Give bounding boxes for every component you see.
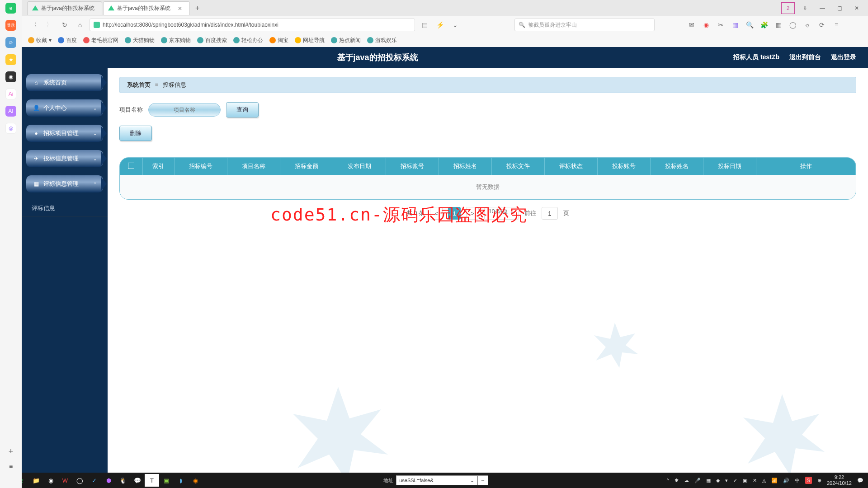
strip-menu-icon[interactable]: ≡ [9, 463, 13, 470]
tb-app2-icon[interactable]: ⬢ [101, 474, 116, 487]
tray-icon[interactable]: ▦ [706, 478, 711, 483]
strip-icon-1[interactable]: e [5, 3, 16, 14]
tb-app1-icon[interactable]: ✓ [87, 474, 101, 487]
browser-search-input[interactable]: 被截员孤身进京牢山 [514, 19, 655, 31]
svg-marker-0 [293, 387, 388, 473]
strip-icon-login[interactable]: 登录 [5, 20, 16, 31]
bookmark-taobao[interactable]: 淘宝 [269, 37, 288, 44]
tb-wps-icon[interactable]: W [58, 474, 72, 487]
sidebar-subitem-pingbiao[interactable]: 评标信息 [22, 201, 108, 216]
restore-icon[interactable]: ⟳ [817, 20, 826, 29]
tb-app4-icon[interactable]: ◉ [188, 474, 203, 487]
tb-chrome-icon[interactable]: ◯ [72, 474, 87, 487]
tray-icon[interactable]: ⊕ [817, 478, 821, 483]
maximize-button[interactable]: ▢ [833, 2, 846, 14]
tb-go-button[interactable]: → [477, 475, 488, 485]
breadcrumb-root[interactable]: 系统首页 [127, 81, 151, 88]
strip-icon-7[interactable]: ◎ [5, 123, 16, 134]
tray-clock[interactable]: 9:22 2024/10/12 [827, 474, 852, 486]
bookmark-game[interactable]: 游戏娱乐 [367, 37, 397, 44]
chevron-down-icon[interactable]: ⌄ [449, 19, 461, 31]
tray-notification-icon[interactable]: 💬 [857, 478, 863, 483]
window-badge[interactable]: 2 [781, 2, 795, 14]
user-label[interactable]: 招标人员 testZb [733, 53, 779, 61]
browser-tab-1[interactable]: 基于java的招投标系统 ✕ [103, 1, 190, 15]
sidebar-item-pingbiao[interactable]: ▦ 评标信息管理 ⌃ [26, 175, 103, 192]
tb-addr-select[interactable]: useSSL=false&⌄ [396, 475, 477, 485]
tray-icon[interactable]: ✓ [733, 478, 737, 483]
strip-add-icon[interactable]: + [9, 447, 14, 456]
flash-icon[interactable]: ⚡ [434, 19, 446, 31]
sidebar-item-profile[interactable]: 👤 个人中心 ⌄ [26, 99, 103, 117]
project-name-input[interactable] [148, 103, 221, 117]
bookmark-baidu[interactable]: 百度 [58, 37, 77, 44]
mail-icon[interactable]: ✉ [687, 20, 696, 29]
apps-icon[interactable]: ▦ [774, 20, 783, 29]
tray-icon[interactable]: ◬ [762, 478, 766, 483]
strip-icon-5[interactable]: Ai [5, 89, 16, 99]
tray-icon[interactable]: ☁ [684, 478, 689, 483]
sidebar-item-home[interactable]: ⌂ 系统首页 [26, 74, 103, 91]
tray-ime-icon[interactable]: 中 [795, 477, 800, 484]
grid-icon[interactable]: ▦ [731, 20, 740, 29]
extension-icon[interactable]: 🧩 [760, 20, 769, 29]
sidebar-item-zhaobiao[interactable]: ● 招标项目管理 ⌄ [26, 125, 103, 142]
query-button[interactable]: 查询 [226, 102, 259, 117]
tray-s-icon[interactable]: S [805, 477, 812, 484]
delete-button[interactable]: 删除 [119, 126, 152, 141]
browser-tab-0[interactable]: 基于java的招投标系统 [27, 1, 102, 15]
close-button[interactable]: ✕ [850, 2, 863, 14]
tray-icon[interactable]: ◆ [716, 478, 720, 483]
bookmark-baidusearch[interactable]: 百度搜索 [197, 37, 227, 44]
reload-button[interactable]: ↻ [59, 19, 71, 31]
bookmark-tmall[interactable]: 天猫购物 [125, 37, 155, 44]
tb-pycharm-icon[interactable]: ▣ [159, 474, 174, 487]
forward-button[interactable]: 〉 [43, 19, 55, 31]
tb-text-icon[interactable]: T [145, 474, 159, 487]
goto-page-input[interactable] [542, 207, 558, 220]
tray-volume-icon[interactable]: 🔊 [783, 478, 789, 483]
tb-edge-icon[interactable]: ◉ [43, 474, 58, 487]
tray-chevron-icon[interactable]: ^ [666, 478, 669, 483]
menu-icon[interactable]: ≡ [832, 20, 841, 29]
scissors-icon[interactable]: ✂ [716, 20, 725, 29]
bookmark-lmt[interactable]: 老毛桃官网 [83, 37, 118, 44]
sidebar-item-toubiao[interactable]: ✈ 投标信息管理 ⌄ [26, 150, 103, 167]
strip-icon-6[interactable]: AI [5, 106, 16, 117]
new-tab-button[interactable]: + [191, 4, 204, 12]
close-icon[interactable]: ✕ [178, 5, 182, 12]
tray-wifi-icon[interactable]: 📶 [771, 478, 778, 483]
link-front[interactable]: 退出到前台 [789, 53, 821, 61]
tray-icon[interactable]: ✕ [753, 478, 757, 483]
tb-app3-icon[interactable]: ◗ [174, 474, 188, 487]
col-amount: 招标金额 [280, 158, 333, 175]
bookmark-fav[interactable]: 收藏 ▾ [28, 37, 52, 44]
url-input[interactable]: http://localhost:8080/springboot603gk/ad… [90, 19, 415, 31]
strip-icon-4[interactable]: ◉ [5, 71, 16, 82]
minimize-button[interactable]: — [816, 2, 829, 14]
link-logout[interactable]: 退出登录 [831, 53, 856, 61]
tray-icon[interactable]: ▾ [725, 478, 728, 483]
tb-wechat-icon[interactable]: 💬 [130, 474, 145, 487]
weibo-icon[interactable]: ◉ [702, 20, 711, 29]
strip-icon-2[interactable]: ☺ [5, 37, 16, 48]
bookmark-jd[interactable]: 京东购物 [161, 37, 191, 44]
tray-icon[interactable]: 🎤 [694, 478, 701, 483]
gear-icon[interactable]: ☼ [803, 20, 812, 29]
strip-icon-3[interactable]: ★ [5, 54, 16, 65]
bookmark-office[interactable]: 轻松办公 [233, 37, 263, 44]
circle-icon[interactable]: ◯ [788, 20, 797, 29]
bookmark-news[interactable]: 热点新闻 [331, 37, 361, 44]
select-all-header[interactable] [120, 158, 142, 175]
tb-qq-icon[interactable]: 🐧 [116, 474, 130, 487]
bookmark-nav[interactable]: 网址导航 [295, 37, 325, 44]
tray-icon[interactable]: ▣ [743, 478, 747, 483]
home-button[interactable]: ⌂ [74, 19, 86, 31]
download-icon[interactable]: ⇩ [798, 2, 812, 14]
back-button[interactable]: 〈 [28, 19, 40, 31]
translate-icon[interactable]: ▤ [419, 19, 430, 31]
checkbox-icon[interactable] [128, 163, 134, 169]
search-icon[interactable]: 🔍 [745, 20, 754, 29]
tb-explorer-icon[interactable]: 📁 [29, 474, 43, 487]
tray-icon[interactable]: ✱ [675, 478, 679, 483]
